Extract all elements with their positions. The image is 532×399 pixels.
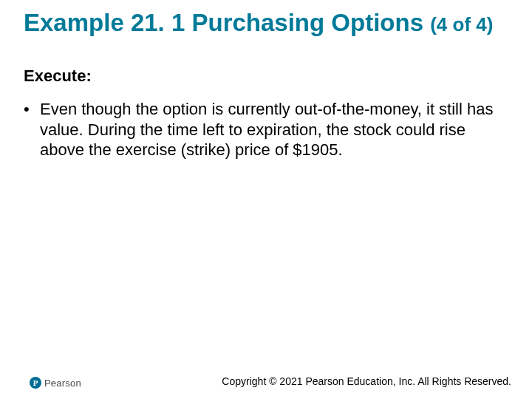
section-label: Execute: [24,66,92,86]
slide-title-main: Example 21. 1 Purchasing Options [24,9,423,36]
slide: Example 21. 1 Purchasing Options (4 of 4… [0,0,532,399]
brand-name: Pearson [44,378,81,389]
slide-title-suffix: (4 of 4) [430,13,493,35]
copyright-text: Copyright © 2021 Pearson Education, Inc.… [222,375,511,387]
bullet-marker-icon: • [24,99,40,120]
brand-logo: Pearson [30,377,81,389]
body-area: • Even though the option is currently ou… [24,99,506,160]
bullet-item: • Even though the option is currently ou… [24,99,506,160]
slide-title: Example 21. 1 Purchasing Options (4 of 4… [24,9,514,37]
pearson-mark-icon [30,377,41,389]
footer: Pearson Copyright © 2021 Pearson Educati… [0,371,532,389]
bullet-text: Even though the option is currently out-… [40,99,506,160]
